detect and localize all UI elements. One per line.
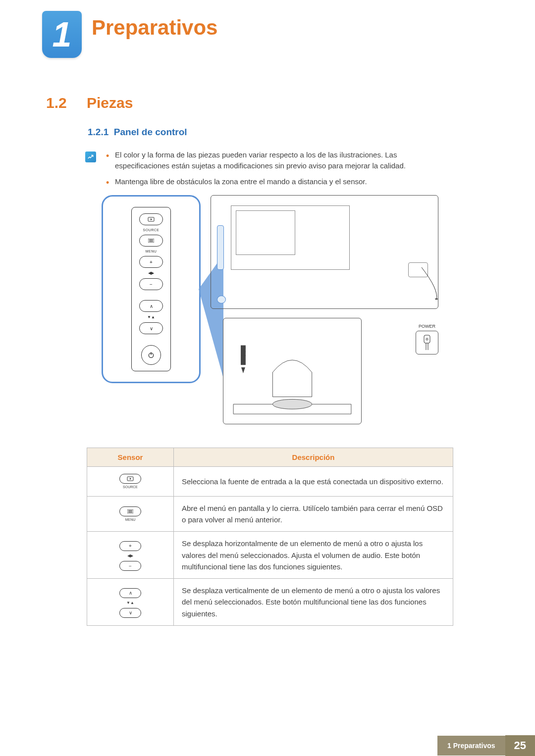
page-number: 25 xyxy=(505,735,535,756)
col-desc-header: Descripción xyxy=(174,448,453,467)
section-number: 1.2 xyxy=(46,95,67,111)
minus-button-icon: − xyxy=(119,561,141,571)
source-button-icon xyxy=(119,474,141,484)
table-row: ∧ ▼▲ ∨ Se desplaza verticalmente de un e… xyxy=(87,579,453,626)
footer-breadcrumb: 1 Preparativos xyxy=(437,736,505,756)
ir-sensor-location-icon xyxy=(217,296,226,303)
menu-button-icon xyxy=(119,506,141,516)
desc-cell: Se desplaza horizontalmente de un elemen… xyxy=(174,532,453,579)
note-icon xyxy=(85,151,96,162)
source-button-icon xyxy=(139,213,163,225)
table-row: MENU Abre el menú en pantalla y lo cierr… xyxy=(87,496,453,532)
left-right-arrows-icon: ◀▶ xyxy=(127,553,133,559)
table-row: + ◀▶ − Se desplaza horizontalmente de un… xyxy=(87,532,453,579)
sensor-table: Sensor Descripción SOURCE Selecciona la … xyxy=(87,448,453,626)
power-connector-icon xyxy=(416,331,438,354)
minus-button-icon: − xyxy=(139,278,163,290)
svg-marker-8 xyxy=(435,299,438,300)
sensor-cell: SOURCE xyxy=(87,467,174,497)
note-item: Mantenga libre de obstáculos la zona ent… xyxy=(106,176,453,187)
note-list: El color y la forma de las piezas pueden… xyxy=(106,150,453,192)
plus-button-icon: + xyxy=(119,541,141,551)
col-sensor-header: Sensor xyxy=(87,448,174,467)
up-down-arrows-icon: ▼▲ xyxy=(147,315,155,319)
table-row: SOURCE Selecciona la fuente de entrada a… xyxy=(87,467,453,497)
page-footer: 1 Preparativos 25 xyxy=(437,735,535,756)
svg-point-9 xyxy=(272,399,312,409)
chapter-number-badge: 1 xyxy=(42,11,82,58)
down-button-icon: ∨ xyxy=(139,322,163,334)
subsection-heading: 1.2.1 Panel de control xyxy=(88,127,187,138)
device-front-view xyxy=(223,318,362,424)
menu-label: MENU xyxy=(146,250,157,253)
button-stack: SOURCE MENU + ◀▶ − ∧ ▼▲ ∨ xyxy=(131,207,171,371)
power-callout-line-icon xyxy=(325,260,439,300)
menu-button-icon xyxy=(139,235,163,247)
sensor-cell: ∧ ▼▲ ∨ xyxy=(87,579,174,626)
sensor-cell: + ◀▶ − xyxy=(87,532,174,579)
sensor-cell: MENU xyxy=(87,496,174,532)
svg-point-16 xyxy=(426,338,428,340)
power-port-callout: POWER xyxy=(416,324,438,354)
svg-rect-15 xyxy=(424,335,430,343)
up-down-arrows-icon: ▼▲ xyxy=(126,600,134,606)
down-button-icon: ∨ xyxy=(119,608,141,618)
section-title: Piezas xyxy=(87,95,133,111)
desc-cell: Selecciona la fuente de entrada a la que… xyxy=(174,467,453,497)
desc-cell: Se desplaza verticalmente de un elemento… xyxy=(174,579,453,626)
up-button-icon: ∧ xyxy=(119,588,141,598)
plus-button-icon: + xyxy=(139,256,163,268)
power-button-icon xyxy=(141,345,161,365)
source-label: SOURCE xyxy=(123,485,138,490)
power-callout-label: POWER xyxy=(416,324,438,329)
note-item: El color y la forma de las piezas pueden… xyxy=(106,150,453,171)
button-strip-location-icon xyxy=(217,225,224,270)
chapter-title: Preparativos xyxy=(92,16,217,40)
button-panel-zoom: SOURCE MENU + ◀▶ − ∧ ▼▲ ∨ xyxy=(102,195,201,383)
up-button-icon: ∧ xyxy=(139,300,163,312)
source-label: SOURCE xyxy=(143,228,160,232)
control-panel-diagram: SOURCE MENU + ◀▶ − ∧ ▼▲ ∨ xyxy=(102,195,438,438)
device-views: POWER xyxy=(211,195,438,438)
chapter-number: 1 xyxy=(53,15,72,54)
menu-label: MENU xyxy=(125,517,136,523)
svg-marker-11 xyxy=(241,367,245,373)
desc-cell: Abre el menú en pantalla y lo cierra. Ut… xyxy=(174,496,453,532)
device-back-view xyxy=(211,195,438,309)
left-right-arrows-icon: ◀▶ xyxy=(148,271,154,275)
